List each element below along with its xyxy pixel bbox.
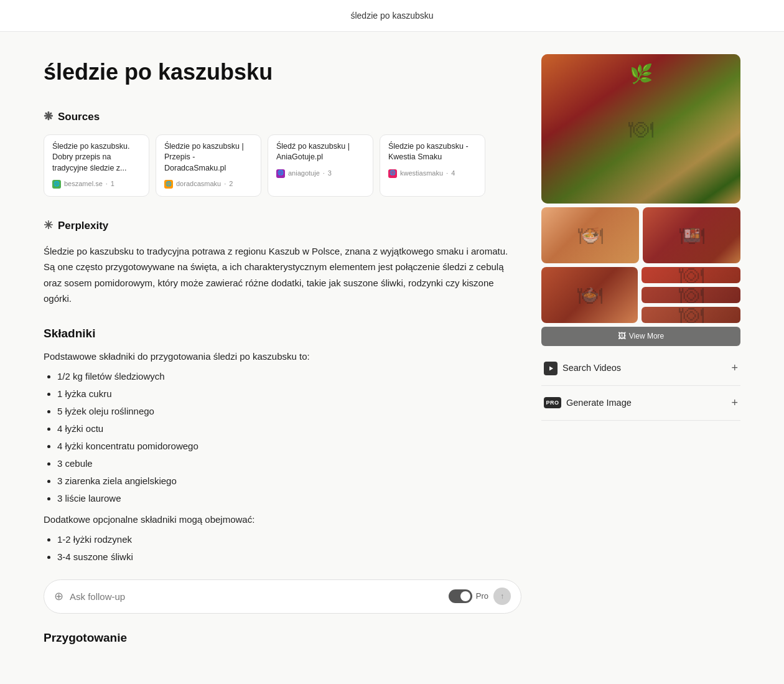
followup-right: Pro ↑ xyxy=(449,588,511,605)
view-more-label: View More xyxy=(629,330,664,342)
ingredient-8: 3 liście laurowe xyxy=(57,491,521,506)
source-card-3[interactable]: Śledź po kaszubsku | AniaGotuje.pl 🌐 ani… xyxy=(268,134,373,197)
source-num-4: · xyxy=(446,168,448,179)
tertiary-small-3 xyxy=(642,307,740,323)
view-more-icon: 🖼 xyxy=(618,330,626,343)
source-number-3: 3 xyxy=(328,168,332,179)
przygotowanie-title: Przygotowanie xyxy=(44,629,521,647)
ask-followup-bar[interactable]: ⊕ Pro ↑ xyxy=(44,579,521,614)
source-favicon-1: 🌐 xyxy=(52,180,61,189)
source-num-3: · xyxy=(323,168,325,179)
ingredient-6: 3 cebule xyxy=(57,456,521,471)
ingredients-title: Składniki xyxy=(44,324,521,343)
source-number-4: 4 xyxy=(451,168,455,179)
secondary-images-row: 🍜 🍱 xyxy=(541,207,740,263)
search-videos-left: Search Videos xyxy=(544,361,621,375)
pro-toggle[interactable] xyxy=(449,589,472,603)
ingredient-5: 4 łyżki koncentratu pomidorowego xyxy=(57,439,521,454)
ingredients-optional-list: 1-2 łyżki rodzynek 3-4 suszone śliwki xyxy=(44,532,521,565)
top-bar: śledzie po kaszubsku xyxy=(0,0,784,32)
sidebar-actions: Search Videos + PRO Generate Image + xyxy=(541,351,740,421)
tertiary-small-2 xyxy=(642,287,740,303)
pro-icon: PRO xyxy=(544,397,561,408)
source-title-4: Śledzie po kaszubsku - Kwestia Smaku xyxy=(388,141,477,163)
generate-image-label: Generate Image xyxy=(566,396,632,410)
source-title-1: Śledzie po kaszubsku. Dobry przepis na t… xyxy=(52,141,141,174)
page-title: śledzie po kaszubsku xyxy=(44,54,521,90)
ingredient-4: 4 łyżki octu xyxy=(57,421,521,436)
followup-input[interactable] xyxy=(70,591,442,602)
source-number-1: 1 xyxy=(111,179,114,190)
source-title-2: Śledzie po kaszubsku | Przepis - Doradca… xyxy=(164,141,253,174)
search-videos-action[interactable]: Search Videos + xyxy=(541,351,740,386)
source-favicon-3: 🌐 xyxy=(276,169,285,178)
tertiary-images-row: 🍲 xyxy=(541,267,740,323)
source-num-1: · xyxy=(106,179,108,190)
ingredient-2: 1 łyżka cukru xyxy=(57,387,521,401)
followup-plus-icon[interactable]: ⊕ xyxy=(54,588,63,606)
perplexity-icon: ✳ xyxy=(44,217,53,235)
tertiary-small-1 xyxy=(642,267,740,283)
sidebar: 🌿 🍜 🍱 🍲 xyxy=(541,54,740,661)
video-icon xyxy=(544,362,558,375)
source-favicon-4: 🌐 xyxy=(388,169,397,178)
source-title-3: Śledź po kaszubsku | AniaGotuje.pl xyxy=(276,141,365,163)
source-site-1: beszamel.se xyxy=(64,179,103,190)
ingredients-optional-intro: Dodatkowe opcjonalne składniki mogą obej… xyxy=(44,512,521,527)
secondary-image-1: 🍜 xyxy=(541,207,639,263)
source-num-2: · xyxy=(224,179,226,190)
main-image-placeholder: 🌿 xyxy=(541,54,740,204)
przygotowanie-section: Przygotowanie xyxy=(44,629,521,647)
ingredient-1: 1/2 kg filetów śledziowych xyxy=(57,369,521,384)
ingredient-7: 3 ziarenka ziela angielskiego xyxy=(57,474,521,489)
generate-image-plus-icon: + xyxy=(731,394,738,412)
perplexity-label: Perplexity xyxy=(58,217,108,234)
ingredient-opt-2: 3-4 suszone śliwki xyxy=(57,550,521,565)
source-favicon-2: 🌐 xyxy=(164,180,173,189)
generate-image-left: PRO Generate Image xyxy=(544,396,632,410)
perplexity-text: Śledzie po kaszubsku to tradycyjna potra… xyxy=(44,243,521,307)
generate-image-action[interactable]: PRO Generate Image + xyxy=(541,386,740,421)
top-bar-title: śledzie po kaszubsku xyxy=(350,11,433,21)
source-site-2: doradcasmaku xyxy=(176,179,221,190)
tertiary-small-images xyxy=(642,267,740,323)
source-card-1[interactable]: Śledzie po kaszubsku. Dobry przepis na t… xyxy=(44,134,149,197)
ingredients-basic-list: 1/2 kg filetów śledziowych 1 łyżka cukru… xyxy=(44,369,521,506)
source-site-4: kwestiasmaku xyxy=(400,168,443,179)
ingredients-intro: Podstawowe składniki do przygotowania śl… xyxy=(44,349,521,364)
ingredients-section: Składniki Podstawowe składniki do przygo… xyxy=(44,324,521,565)
tertiary-image-large: 🍲 xyxy=(541,267,638,323)
sources-section: ❋ Sources Śledzie po kaszubsku. Dobry pr… xyxy=(44,108,521,197)
main-food-image: 🌿 xyxy=(541,54,740,204)
sources-label: Sources xyxy=(58,108,100,125)
search-videos-label: Search Videos xyxy=(562,361,621,375)
source-site-3: aniagotuje xyxy=(288,168,320,179)
secondary-image-2: 🍱 xyxy=(643,207,740,263)
source-number-2: 2 xyxy=(229,179,233,190)
pro-label: Pro xyxy=(476,590,488,603)
perplexity-section: ✳ Perplexity Śledzie po kaszubsku to tra… xyxy=(44,217,521,307)
search-videos-plus-icon: + xyxy=(731,359,738,377)
send-button[interactable]: ↑ xyxy=(493,588,511,605)
sources-icon: ❋ xyxy=(44,108,53,126)
source-card-2[interactable]: Śledzie po kaszubsku | Przepis - Doradca… xyxy=(156,134,261,197)
ingredient-opt-1: 1-2 łyżki rodzynek xyxy=(57,532,521,547)
main-content: śledzie po kaszubsku ❋ Sources Śledzie p… xyxy=(44,54,521,661)
view-more-button[interactable]: 🖼 View More xyxy=(541,327,740,346)
source-card-4[interactable]: Śledzie po kaszubsku - Kwestia Smaku 🌐 k… xyxy=(380,134,485,197)
sources-grid: Śledzie po kaszubsku. Dobry przepis na t… xyxy=(44,134,521,197)
pro-toggle-container[interactable]: Pro xyxy=(449,589,488,603)
ingredient-3: 5 łyżek oleju roślinnego xyxy=(57,404,521,419)
